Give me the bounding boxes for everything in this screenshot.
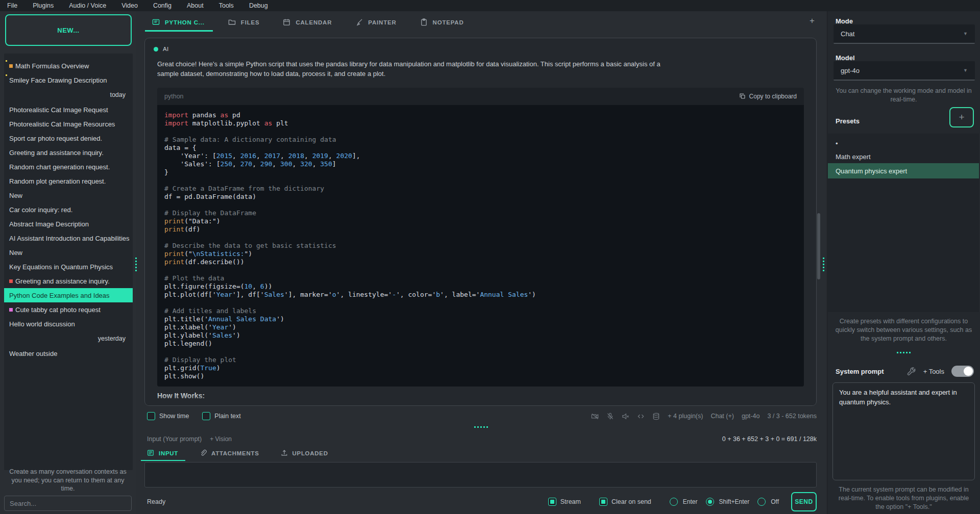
app-window: FilePluginsAudio / VoiceVideoConfigAbout… [0, 0, 980, 514]
tab-painter[interactable]: PAINTER [355, 13, 396, 32]
conversation-item-car-color-inquiry-red[interactable]: Car color inquiry: red. [4, 202, 133, 217]
code-view-icon[interactable] [637, 413, 645, 420]
conversation-title: Greeting and assistance inquiry. [9, 149, 104, 157]
radio-label: Off [771, 498, 779, 505]
conversation-item-abstract-image-description[interactable]: Abstract Image Description [4, 217, 133, 231]
input-tab-uploaded[interactable]: UPLOADED [281, 447, 328, 460]
add-preset-button[interactable]: + [949, 107, 974, 127]
checkbox-group-stream: Stream [548, 498, 581, 506]
prompt-input[interactable] [144, 462, 817, 487]
add-tab-button[interactable]: + [810, 16, 815, 25]
input-tab-input[interactable]: INPUT [147, 447, 178, 460]
right-panel-resize-handle[interactable] [823, 258, 825, 271]
checkbox-clear-on-send[interactable] [599, 498, 607, 506]
radio-enter[interactable] [670, 498, 678, 506]
checkbox-show-time[interactable] [147, 412, 155, 420]
chevron-down-icon: ▼ [963, 68, 968, 73]
code-line: # Plot the data [164, 274, 797, 282]
copy-to-clipboard-button[interactable]: Copy to clipboard [739, 93, 797, 100]
conversation-item-weather-outside[interactable]: Weather outside [4, 346, 133, 361]
code-line: plt.legend() [164, 340, 797, 348]
ai-message-card: AI Great choice! Here's a simple Python … [144, 38, 817, 406]
checkbox-label: Clear on send [611, 498, 651, 505]
code-line: # Create a DataFrame from the dictionary [164, 185, 797, 193]
message-toolbar: Show timePlain text + 4 plugin(s) Chat (… [147, 409, 817, 423]
new-conversation-button[interactable]: NEW... [5, 14, 132, 46]
checkbox-plain-text[interactable] [202, 412, 210, 420]
camera-off-icon[interactable] [591, 413, 599, 420]
workspace-tab-bar: PYTHON C...FILESCALENDARPAINTERNOTEPAD [145, 13, 805, 32]
menu-about[interactable]: About [187, 2, 204, 9]
menu-audio-voice[interactable]: Audio / Voice [69, 2, 106, 9]
main-scrollbar-thumb[interactable] [817, 213, 820, 279]
speaker-off-icon[interactable] [622, 413, 629, 420]
tab-calendar[interactable]: CALENDAR [283, 13, 332, 32]
code-line [164, 299, 797, 307]
menu-video[interactable]: Video [121, 2, 138, 9]
conversation-item-photorealistic-cat-image-resources[interactable]: Photorealistic Cat Image Resources [4, 117, 133, 131]
conversation-item-greeting-and-assistance-inquiry[interactable]: Greeting and assistance inquiry. [4, 274, 133, 288]
conversation-title: AI Assistant Introduction and Capabiliti… [9, 235, 130, 242]
model-status-label: gpt-4o [742, 413, 760, 420]
search-input[interactable] [4, 496, 132, 511]
database-icon[interactable] [652, 413, 660, 420]
model-select[interactable]: gpt-4o ▼ [834, 61, 975, 81]
code-line: } [164, 168, 797, 176]
tab-python-c[interactable]: PYTHON C... [152, 13, 205, 32]
conversation-title: Math Formulas Overview [15, 62, 89, 70]
left-panel-resize-handle[interactable] [135, 258, 137, 271]
conversation-item-random-plot-generation-request[interactable]: Random plot generation request. [4, 174, 133, 188]
conversation-item-math-formulas-overview[interactable]: Math Formulas Overview [4, 59, 133, 73]
status-text: Ready [147, 498, 165, 505]
message-header: AI [154, 46, 816, 52]
tools-toggle[interactable] [951, 366, 974, 377]
checkbox-stream[interactable] [548, 498, 556, 506]
conversation-item-smiley-face-drawing-description[interactable]: Smiley Face Drawing Description [4, 73, 133, 87]
code-line: import pandas as pd [164, 111, 797, 119]
checkbox-group-plain-text: Plain text [202, 412, 240, 420]
mic-off-icon[interactable] [606, 413, 614, 420]
code-line: # Sample data: A dictionary containing d… [164, 136, 797, 144]
presets-splitter[interactable] [827, 352, 980, 353]
conversation-item-ai-assistant-introduction-and-capabilities[interactable]: AI Assistant Introduction and Capabiliti… [4, 231, 133, 245]
plugins-button[interactable]: + 4 plugin(s) [668, 413, 703, 420]
menu-plugins[interactable]: Plugins [33, 2, 54, 9]
conversation-item-random-chart-generation-request[interactable]: Random chart generation request. [4, 160, 133, 174]
radio-off[interactable] [757, 498, 766, 506]
code-line: plt.ylabel('Sales') [164, 331, 797, 340]
preset-item-quantum-physics-expert[interactable]: Quantum physics expert [828, 163, 979, 178]
conversation-item-photorealistic-cat-image-request[interactable]: Photorealistic Cat Image Request [4, 102, 133, 117]
conversation-item-new[interactable]: New [4, 245, 133, 260]
chat-mode-button[interactable]: Chat (+) [710, 413, 734, 420]
menu-config[interactable]: Config [153, 2, 172, 9]
conversation-title: Python Code Examples and Ideas [9, 292, 110, 299]
conversation-item-sport-car-photo-request-denied[interactable]: Sport car photo request denied. [4, 131, 133, 145]
conversation-item-hello-world-discussion[interactable]: Hello world discussion [4, 317, 133, 331]
conversation-item-key-equations-in-quantum-physics[interactable]: Key Equations in Quantum Physics [4, 260, 133, 274]
messages-input-splitter[interactable] [141, 426, 821, 428]
input-tab-attachments[interactable]: ATTACHMENTS [200, 447, 259, 460]
menu-debug[interactable]: Debug [249, 2, 268, 9]
main-panel: PYTHON C...FILESCALENDARPAINTERNOTEPAD +… [141, 11, 821, 514]
radio-shift-enter[interactable] [706, 498, 714, 506]
conversation-item-greeting-and-assistance-inquiry[interactable]: Greeting and assistance inquiry. [4, 145, 133, 160]
preset-item-[interactable]: • [828, 137, 979, 150]
date-group-label: today [4, 87, 133, 102]
conversation-item-python-code-examples-and-ideas[interactable]: Python Code Examples and Ideas [4, 288, 133, 302]
mode-select[interactable]: Chat ▼ [834, 24, 975, 44]
code-line: # Display the plot [164, 356, 797, 364]
send-button[interactable]: SEND [791, 492, 817, 511]
vision-button[interactable]: + Vision [210, 435, 232, 443]
menu-file[interactable]: File [7, 2, 17, 9]
conversation-item-new[interactable]: New [4, 188, 133, 202]
conversation-title: Smiley Face Drawing Description [9, 76, 107, 84]
system-prompt-input[interactable] [832, 382, 975, 480]
copy-button-label: Copy to clipboard [749, 93, 797, 100]
code-line [164, 266, 797, 274]
tab-notepad[interactable]: NOTEPAD [420, 13, 464, 32]
tab-files[interactable]: FILES [228, 13, 260, 32]
menu-tools[interactable]: Tools [219, 2, 234, 9]
code-language-label: python [164, 93, 184, 100]
preset-item-math-expert[interactable]: Math expert [828, 150, 979, 163]
conversation-item-cute-tabby-cat-photo-request[interactable]: Cute tabby cat photo request [4, 302, 133, 317]
